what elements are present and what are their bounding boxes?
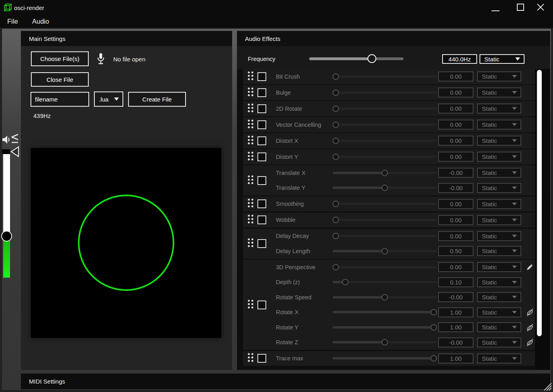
effects-scrollbar-thumb[interactable]	[537, 70, 542, 336]
edit-pencil-icon[interactable]	[526, 263, 534, 271]
chevron-down-icon	[512, 107, 517, 110]
effect-value-box[interactable]: 1.00	[438, 322, 473, 332]
effect-slider[interactable]	[333, 156, 437, 158]
effect-slider-thumb[interactable]	[342, 279, 349, 285]
spin-axis-icon[interactable]	[526, 323, 534, 331]
effect-mode-select[interactable]: Static	[477, 71, 521, 81]
effect-slider-thumb[interactable]	[333, 201, 339, 207]
effect-mode-select[interactable]: Static	[477, 152, 521, 162]
create-file-button[interactable]: Create File	[128, 92, 186, 107]
frequency-slider-thumb[interactable]	[367, 54, 376, 63]
effect-slider[interactable]	[333, 187, 437, 189]
effect-value-box[interactable]: 1.00	[438, 353, 473, 364]
effect-slider[interactable]	[333, 357, 437, 360]
effect-mode-select[interactable]: Static	[477, 104, 521, 114]
effect-slider-thumb[interactable]	[333, 122, 339, 128]
effect-slider[interactable]	[333, 311, 437, 313]
effect-slider[interactable]	[333, 235, 437, 237]
effect-slider-thumb[interactable]	[333, 73, 339, 80]
effect-slider-thumb[interactable]	[333, 89, 339, 96]
effect-slider[interactable]	[333, 172, 437, 174]
effect-slider-thumb[interactable]	[431, 309, 437, 315]
close-file-button[interactable]: Close File	[31, 72, 89, 87]
effect-slider[interactable]	[333, 124, 437, 126]
effect-mode-select[interactable]: Static	[477, 277, 521, 287]
volume-slider[interactable]	[3, 150, 10, 278]
minimize-button[interactable]	[486, 0, 504, 15]
effect-mode-select[interactable]: Static	[477, 87, 521, 97]
effect-slider[interactable]	[333, 140, 437, 142]
effect-slider[interactable]	[333, 108, 437, 110]
effect-slider-thumb[interactable]	[431, 355, 437, 362]
volume-thumb[interactable]	[1, 231, 12, 242]
effect-mode-select[interactable]: Static	[477, 246, 521, 256]
spin-axis-icon[interactable]	[526, 338, 534, 346]
extension-select[interactable]: .lua	[94, 91, 123, 107]
effect-slider[interactable]	[333, 91, 437, 94]
close-button[interactable]	[533, 0, 552, 15]
effect-value-box[interactable]: -0.00	[438, 292, 473, 302]
effect-slider[interactable]	[333, 341, 437, 343]
effect-value-box[interactable]: 0.10	[438, 277, 473, 287]
effect-slider-thumb[interactable]	[333, 138, 339, 144]
effect-value-box[interactable]: 0.00	[438, 262, 473, 272]
effect-value-box[interactable]: 0.00	[438, 87, 473, 97]
effect-mode-select[interactable]: Static	[477, 353, 521, 364]
effect-mode-select[interactable]: Static	[477, 168, 521, 178]
effect-slider-thumb[interactable]	[431, 324, 437, 331]
effect-slider[interactable]	[333, 219, 437, 221]
effect-mode-select[interactable]: Static	[477, 199, 521, 209]
effect-slider[interactable]	[333, 266, 437, 268]
effect-mode-select[interactable]: Static	[477, 136, 521, 146]
effect-mode-select[interactable]: Static	[477, 307, 521, 317]
effect-mode-select[interactable]: Static	[477, 262, 521, 272]
resize-grip[interactable]	[542, 381, 552, 391]
effect-slider[interactable]	[333, 296, 437, 299]
frequency-mode-select[interactable]: Static	[480, 54, 524, 64]
effect-value-box[interactable]: 0.00	[438, 120, 473, 130]
effect-slider[interactable]	[333, 326, 437, 329]
menu-audio[interactable]: Audio	[32, 18, 49, 25]
frequency-value-box[interactable]: 440.0Hz	[442, 54, 477, 64]
effect-value-box[interactable]: -0.00	[438, 168, 473, 178]
spin-axis-icon[interactable]	[526, 308, 534, 316]
effect-slider-thumb[interactable]	[382, 185, 388, 191]
effect-value-box[interactable]: 0.00	[438, 199, 473, 209]
effect-slider-thumb[interactable]	[333, 217, 339, 223]
effect-mode-select[interactable]: Static	[477, 183, 521, 193]
effect-slider-thumb[interactable]	[333, 233, 339, 239]
effect-mode-select[interactable]: Static	[477, 215, 521, 225]
effect-slider-thumb[interactable]	[382, 248, 388, 254]
effect-slider[interactable]	[333, 75, 437, 78]
effect-mode-select[interactable]: Static	[477, 120, 521, 130]
effect-value-box[interactable]: 0.00	[438, 231, 473, 241]
effect-value-box[interactable]: 1.00	[438, 307, 473, 317]
effect-value-box[interactable]: -0.00	[438, 183, 473, 193]
effect-slider-thumb[interactable]	[382, 339, 388, 345]
effect-slider[interactable]	[333, 203, 437, 205]
filename-input[interactable]: filename	[31, 92, 89, 107]
effect-value-box[interactable]: 0.00	[438, 215, 473, 225]
frequency-slider[interactable]	[309, 57, 404, 60]
effect-mode-select[interactable]: Static	[477, 337, 521, 347]
effect-value-box[interactable]: 0.00	[438, 136, 473, 146]
effect-slider[interactable]	[333, 250, 437, 252]
effect-slider-thumb[interactable]	[333, 154, 339, 160]
effect-mode-select[interactable]: Static	[477, 231, 521, 241]
menu-file[interactable]: File	[7, 18, 18, 25]
midi-settings-panel[interactable]: MIDI Settings	[21, 374, 550, 389]
effect-value-box[interactable]: 0.00	[438, 71, 473, 81]
effect-slider-thumb[interactable]	[333, 264, 339, 270]
effect-mode-select[interactable]: Static	[477, 292, 521, 302]
effect-value-box[interactable]: 0.00	[438, 104, 473, 114]
effect-value-box[interactable]: 0.00	[438, 152, 473, 162]
effect-value-box[interactable]: -0.00	[438, 337, 473, 347]
effect-mode-select[interactable]: Static	[477, 322, 521, 332]
effect-slider-thumb[interactable]	[333, 106, 339, 112]
choose-file-button[interactable]: Choose File(s)	[31, 51, 89, 66]
effect-slider[interactable]	[333, 281, 437, 283]
effect-slider-thumb[interactable]	[382, 294, 388, 301]
maximize-button[interactable]	[510, 0, 528, 15]
effect-value-box[interactable]: 0.50	[438, 246, 473, 256]
effect-slider-thumb[interactable]	[382, 170, 388, 176]
